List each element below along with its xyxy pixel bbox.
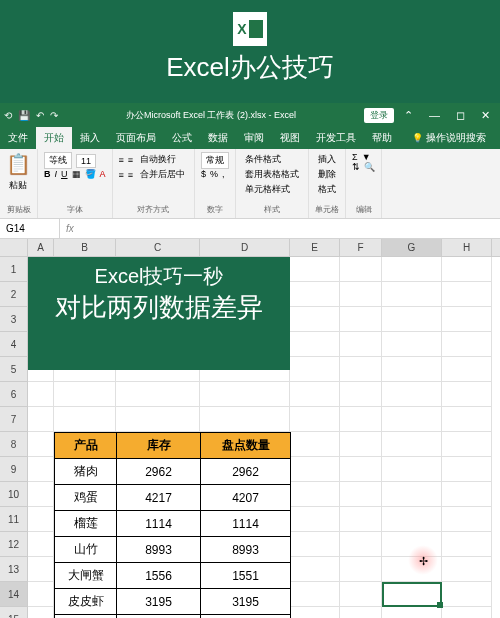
format-cells-button[interactable]: 格式 <box>315 182 339 197</box>
cell[interactable] <box>442 457 492 482</box>
cell[interactable] <box>442 332 492 357</box>
table-format-button[interactable]: 套用表格格式 <box>242 167 302 182</box>
cell[interactable] <box>382 257 442 282</box>
cell[interactable] <box>442 607 492 618</box>
italic-button[interactable]: I <box>55 169 58 179</box>
name-box[interactable]: G14 <box>0 219 60 238</box>
fx-icon[interactable]: fx <box>66 223 74 234</box>
cell[interactable] <box>340 382 382 407</box>
cell[interactable] <box>116 382 200 407</box>
tab-insert[interactable]: 插入 <box>72 127 108 149</box>
close-icon[interactable]: ✕ <box>475 109 496 122</box>
cell[interactable] <box>382 557 442 582</box>
cell[interactable] <box>290 432 340 457</box>
cell[interactable] <box>290 507 340 532</box>
cell[interactable] <box>382 532 442 557</box>
cell[interactable] <box>340 257 382 282</box>
cell[interactable] <box>382 407 442 432</box>
percent-icon[interactable]: % <box>210 169 218 179</box>
cell[interactable] <box>290 307 340 332</box>
cell[interactable] <box>290 407 340 432</box>
cell[interactable] <box>28 507 54 532</box>
comma-icon[interactable]: , <box>222 169 225 179</box>
cell[interactable] <box>340 307 382 332</box>
cell[interactable] <box>340 407 382 432</box>
row-header[interactable]: 3 <box>0 307 28 332</box>
cell[interactable] <box>382 332 442 357</box>
cell[interactable] <box>442 357 492 382</box>
paste-icon[interactable]: 📋 <box>6 152 31 176</box>
cell[interactable] <box>340 607 382 618</box>
fill-icon[interactable]: ▼ <box>362 152 371 162</box>
number-format-select[interactable]: 常规 <box>201 152 229 169</box>
save-icon[interactable]: 💾 <box>18 110 30 121</box>
cell[interactable] <box>340 557 382 582</box>
tab-file[interactable]: 文件 <box>0 127 36 149</box>
col-header[interactable]: C <box>116 239 200 256</box>
paste-button[interactable]: 粘贴 <box>6 178 31 193</box>
cell[interactable] <box>442 557 492 582</box>
cell[interactable] <box>442 482 492 507</box>
cell[interactable] <box>290 282 340 307</box>
bold-button[interactable]: B <box>44 169 51 179</box>
col-header[interactable]: E <box>290 239 340 256</box>
tab-help[interactable]: 帮助 <box>364 127 400 149</box>
cell[interactable] <box>442 282 492 307</box>
cell[interactable] <box>28 607 54 618</box>
cell[interactable] <box>382 307 442 332</box>
tab-layout[interactable]: 页面布局 <box>108 127 164 149</box>
row-header[interactable]: 7 <box>0 407 28 432</box>
tab-formulas[interactable]: 公式 <box>164 127 200 149</box>
conditional-format-button[interactable]: 条件格式 <box>242 152 302 167</box>
insert-cells-button[interactable]: 插入 <box>315 152 339 167</box>
cell[interactable] <box>290 607 340 618</box>
row-header[interactable]: 5 <box>0 357 28 382</box>
cell[interactable] <box>340 532 382 557</box>
cell[interactable] <box>28 557 54 582</box>
currency-icon[interactable]: $ <box>201 169 206 179</box>
tell-me-search[interactable]: 💡 操作说明搜索 <box>404 127 494 149</box>
cell[interactable] <box>28 432 54 457</box>
cell[interactable] <box>28 457 54 482</box>
cell[interactable] <box>382 457 442 482</box>
tab-home[interactable]: 开始 <box>36 127 72 149</box>
row-header[interactable]: 1 <box>0 257 28 282</box>
row-header[interactable]: 12 <box>0 532 28 557</box>
cell[interactable] <box>382 507 442 532</box>
cell[interactable] <box>340 282 382 307</box>
cell[interactable] <box>340 332 382 357</box>
ribbon-options-icon[interactable]: ⌃ <box>398 109 419 122</box>
cell[interactable] <box>382 482 442 507</box>
cell[interactable] <box>200 407 290 432</box>
cell[interactable] <box>290 257 340 282</box>
row-header[interactable]: 10 <box>0 482 28 507</box>
cell-style-button[interactable]: 单元格样式 <box>242 182 302 197</box>
undo-icon[interactable]: ↶ <box>36 110 44 121</box>
fill-color-button[interactable]: 🪣 <box>85 169 96 179</box>
delete-cells-button[interactable]: 删除 <box>315 167 339 182</box>
cell[interactable] <box>340 507 382 532</box>
cell[interactable] <box>442 407 492 432</box>
cell[interactable] <box>442 257 492 282</box>
maximize-icon[interactable]: ◻ <box>450 109 471 122</box>
cell[interactable] <box>290 532 340 557</box>
col-header[interactable]: A <box>28 239 54 256</box>
row-header[interactable]: 14 <box>0 582 28 607</box>
row-header[interactable]: 8 <box>0 432 28 457</box>
cell[interactable] <box>28 407 54 432</box>
align-top-icon[interactable]: ≡ <box>119 155 124 165</box>
row-header[interactable]: 15 <box>0 607 28 618</box>
cell[interactable] <box>442 507 492 532</box>
cell[interactable] <box>290 382 340 407</box>
cell[interactable] <box>442 382 492 407</box>
cell[interactable] <box>382 282 442 307</box>
cell[interactable] <box>382 607 442 618</box>
align-left-icon[interactable]: ≡ <box>119 170 124 180</box>
cell[interactable] <box>200 382 290 407</box>
select-all-corner[interactable] <box>0 239 28 256</box>
font-name-select[interactable]: 等线 <box>44 152 72 169</box>
merge-button[interactable]: 合并后居中 <box>137 167 188 182</box>
font-size-select[interactable]: 11 <box>76 154 96 168</box>
row-header[interactable]: 11 <box>0 507 28 532</box>
sort-filter-icon[interactable]: ⇅ <box>352 162 360 172</box>
